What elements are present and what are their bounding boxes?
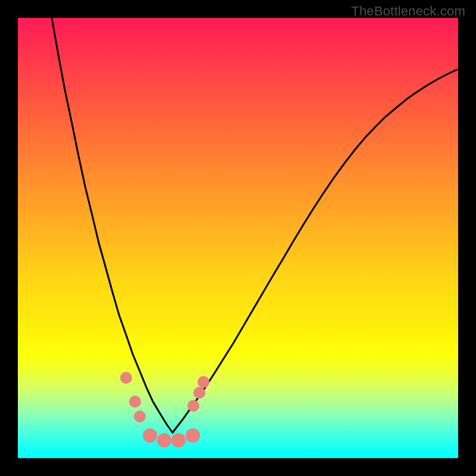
curve-right-curve <box>173 70 457 433</box>
floor-dot-1 <box>143 428 157 443</box>
right-dot-upper <box>198 376 209 388</box>
chart-frame: TheBottleneck.com <box>0 0 476 476</box>
floor-dot-4 <box>186 428 200 443</box>
watermark-text: TheBottleneck.com <box>351 4 465 19</box>
plot-area <box>18 18 458 458</box>
left-dot-mid <box>129 396 141 408</box>
right-dot-lower <box>187 400 199 412</box>
chart-svg <box>18 18 458 458</box>
curve-left-curve <box>52 18 173 433</box>
left-dot-lower <box>134 411 146 422</box>
right-dot-mid <box>193 387 205 399</box>
left-dot-upper <box>120 372 132 384</box>
floor-dot-3 <box>171 433 186 447</box>
floor-dot-2 <box>157 433 171 447</box>
